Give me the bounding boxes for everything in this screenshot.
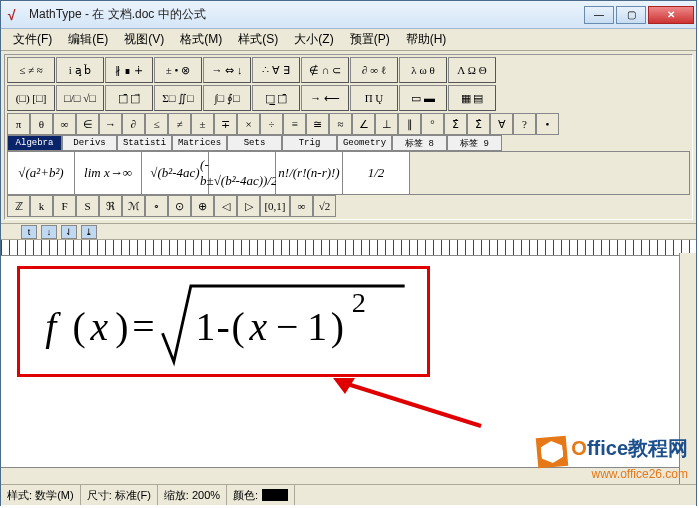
sym-infty2[interactable]: ∞ — [290, 195, 313, 217]
sym-bullet[interactable]: • — [536, 113, 559, 135]
tmpl-binomial[interactable]: n!/(r!(n-r)!) — [276, 152, 343, 194]
sym-odot[interactable]: ⊙ — [168, 195, 191, 217]
tab-8[interactable]: 标签 8 — [392, 135, 447, 151]
palette-relation[interactable]: ≤ ≠ ≈ — [7, 57, 55, 83]
sym-s[interactable]: S — [76, 195, 99, 217]
template-product[interactable]: Π Ų — [350, 85, 398, 111]
tab-9[interactable]: 标签 9 — [447, 135, 502, 151]
template-fraction[interactable]: □/□ √□ — [56, 85, 104, 111]
status-zoom[interactable]: 缩放: 200% — [158, 485, 227, 505]
tab-stats[interactable]: Statisti — [117, 135, 172, 151]
sym-equiv[interactable]: ≡ — [283, 113, 306, 135]
sym-ltri[interactable]: ◁ — [214, 195, 237, 217]
sym-circ[interactable]: ∘ — [145, 195, 168, 217]
sym-leq[interactable]: ≤ — [145, 113, 168, 135]
sym-m[interactable]: ℳ — [122, 195, 145, 217]
sym-pm[interactable]: ± — [191, 113, 214, 135]
template-underover[interactable]: □̲ □̄ — [252, 85, 300, 111]
watermark-brand-rest: ffice教程网 — [587, 437, 688, 459]
tmpl-quadratic[interactable]: (-b±√(b²-4ac))/2a — [209, 152, 276, 194]
formula-f: f — [45, 305, 61, 349]
palette-greek-upper[interactable]: Λ Ω Θ — [448, 57, 496, 83]
tab-derivs[interactable]: Derivs — [62, 135, 117, 151]
sym-perp[interactable]: ⊥ — [375, 113, 398, 135]
sym-pi[interactable]: π — [7, 113, 30, 135]
palette-spacing[interactable]: ∦ ∎ ∔ — [105, 57, 153, 83]
menu-style[interactable]: 样式(S) — [230, 29, 286, 50]
titlebar: √ MathType - 在 文档.doc 中的公式 — ▢ ✕ — [1, 1, 696, 29]
sym-rtri[interactable]: ▷ — [237, 195, 260, 217]
close-button[interactable]: ✕ — [648, 6, 694, 24]
tab-trig[interactable]: Trig — [282, 135, 337, 151]
sym-sumhat2[interactable]: Σ̂ — [467, 113, 490, 135]
tab-geometry[interactable]: Geometry — [337, 135, 392, 151]
mini-btn-2[interactable]: ↓ — [41, 225, 57, 239]
svg-text:-: - — [216, 305, 229, 349]
formula-highlight-box: f ( x ) = 1 - ( x − 1 ) 2 — [17, 266, 430, 377]
mini-btn-1[interactable]: t — [21, 225, 37, 239]
sym-sumhat1[interactable]: Σ̂ — [444, 113, 467, 135]
palette-calc[interactable]: ∂ ∞ ℓ — [350, 57, 398, 83]
template-box[interactable]: ▭ ▬ — [399, 85, 447, 111]
menu-help[interactable]: 帮助(H) — [398, 29, 455, 50]
sym-sqrt2[interactable]: √2 — [313, 195, 336, 217]
status-style[interactable]: 样式: 数学(M) — [1, 485, 81, 505]
template-arrow[interactable]: → ⟵ — [301, 85, 349, 111]
sym-partial[interactable]: ∂ — [122, 113, 145, 135]
template-sum[interactable]: Σ□ ∬□ — [154, 85, 202, 111]
status-color[interactable]: 颜色: — [227, 485, 295, 505]
template-matrix[interactable]: ▦ ▤ — [448, 85, 496, 111]
tab-sets[interactable]: Sets — [227, 135, 282, 151]
sym-approx[interactable]: ≈ — [329, 113, 352, 135]
mini-btn-3[interactable]: ⇃ — [61, 225, 77, 239]
menu-file[interactable]: 文件(F) — [5, 29, 60, 50]
sym-neq[interactable]: ≠ — [168, 113, 191, 135]
sym-times[interactable]: × — [237, 113, 260, 135]
template-fence[interactable]: (□) [□] — [7, 85, 55, 111]
sym-theta[interactable]: θ — [30, 113, 53, 135]
sym-degree[interactable]: ° — [421, 113, 444, 135]
palette-greek-lower[interactable]: λ ω θ — [399, 57, 447, 83]
menu-preset[interactable]: 预置(P) — [342, 29, 398, 50]
sym-infty[interactable]: ∞ — [53, 113, 76, 135]
maximize-button[interactable]: ▢ — [616, 6, 646, 24]
sym-re[interactable]: ℜ — [99, 195, 122, 217]
palette-set[interactable]: ∉ ∩ ⊂ — [301, 57, 349, 83]
sym-mp[interactable]: ∓ — [214, 113, 237, 135]
sym-div[interactable]: ÷ — [260, 113, 283, 135]
palette-arrow[interactable]: → ⇔ ↓ — [203, 57, 251, 83]
tmpl-sqrt-sum[interactable]: √(a²+b²) — [8, 152, 75, 194]
sym-q[interactable]: ? — [513, 113, 536, 135]
sym-interval[interactable]: [0,1] — [260, 195, 290, 217]
mini-btn-4[interactable]: ⤓ — [81, 225, 97, 239]
template-integral[interactable]: ∫□ ∮□ — [203, 85, 251, 111]
sym-f[interactable]: F — [53, 195, 76, 217]
status-size[interactable]: 尺寸: 标准(F) — [81, 485, 158, 505]
menu-size[interactable]: 大小(Z) — [286, 29, 341, 50]
template-overbar[interactable]: □̄ □⃗ — [105, 85, 153, 111]
ruler[interactable] — [1, 240, 696, 256]
tmpl-discriminant[interactable]: √(b²-4ac) — [142, 152, 209, 194]
palette-logic[interactable]: ∴ ∀ ∃ — [252, 57, 300, 83]
tab-algebra[interactable]: Algebra — [7, 135, 62, 151]
menu-format[interactable]: 格式(M) — [172, 29, 230, 50]
tab-matrices[interactable]: Matrices — [172, 135, 227, 151]
sym-elem[interactable]: ∈ — [76, 113, 99, 135]
sym-z[interactable]: ℤ — [7, 195, 30, 217]
tmpl-half[interactable]: 1/2 — [343, 152, 410, 194]
sym-angle[interactable]: ∠ — [352, 113, 375, 135]
menu-edit[interactable]: 编辑(E) — [60, 29, 116, 50]
sym-oplus[interactable]: ⊕ — [191, 195, 214, 217]
tmpl-limit[interactable]: lim x→∞ — [75, 152, 142, 194]
sym-rarr[interactable]: → — [99, 113, 122, 135]
svg-text:(: ( — [232, 305, 245, 349]
palette-operator[interactable]: ± • ⊗ — [154, 57, 202, 83]
svg-text:=: = — [132, 305, 154, 349]
sym-forall[interactable]: ∀ — [490, 113, 513, 135]
sym-parallel[interactable]: ∥ — [398, 113, 421, 135]
palette-accent[interactable]: i a̧ b̂ — [56, 57, 104, 83]
sym-k[interactable]: k — [30, 195, 53, 217]
minimize-button[interactable]: — — [584, 6, 614, 24]
menu-view[interactable]: 视图(V) — [116, 29, 172, 50]
sym-cong[interactable]: ≅ — [306, 113, 329, 135]
